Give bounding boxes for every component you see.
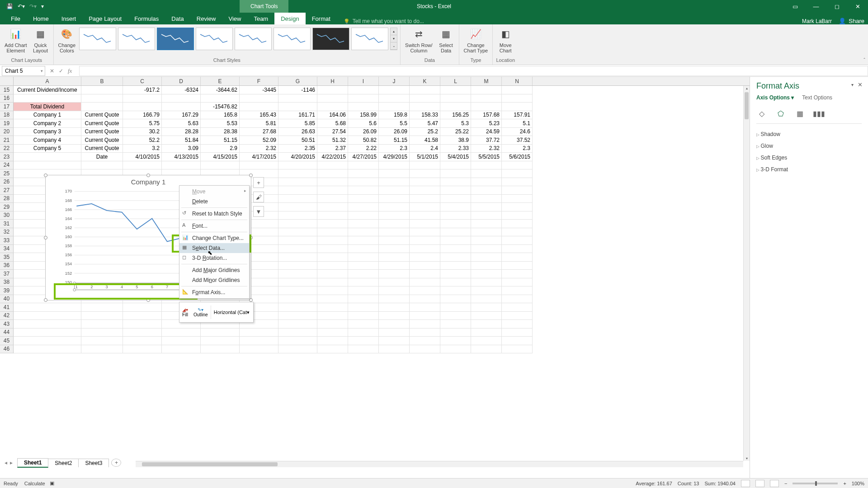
macro-record-icon[interactable]: ▣ xyxy=(50,480,54,486)
cell[interactable] xyxy=(410,337,440,345)
cell[interactable]: 5.63 xyxy=(162,119,201,128)
cell[interactable] xyxy=(471,295,502,304)
cell[interactable] xyxy=(278,245,317,253)
cell[interactable] xyxy=(240,103,278,111)
redo-icon[interactable]: ↷▾ xyxy=(29,3,37,9)
cell[interactable] xyxy=(278,337,317,345)
cell[interactable] xyxy=(317,211,348,220)
cell[interactable]: 2.4 xyxy=(410,145,440,153)
chart-filters-button[interactable]: ▼ xyxy=(253,206,264,217)
cell[interactable] xyxy=(278,186,317,195)
cell[interactable] xyxy=(471,228,502,237)
cell[interactable] xyxy=(348,303,379,312)
cell[interactable] xyxy=(123,94,162,103)
tab-view[interactable]: View xyxy=(222,13,247,24)
cell[interactable] xyxy=(317,312,348,320)
ctx-3d-rotation[interactable]: ◻3-D Rotation... xyxy=(179,253,249,263)
chart-style-1[interactable] xyxy=(79,28,116,50)
cell[interactable] xyxy=(201,161,240,170)
ctx-select-data[interactable]: ▦Select Data... xyxy=(179,243,249,253)
cell[interactable] xyxy=(348,236,379,245)
cell[interactable] xyxy=(81,337,123,345)
cell[interactable]: Company 1 xyxy=(14,111,81,120)
cell[interactable] xyxy=(317,262,348,270)
row-header[interactable]: 18 xyxy=(0,111,14,120)
cell[interactable] xyxy=(348,228,379,237)
cell[interactable] xyxy=(123,337,162,345)
cell[interactable] xyxy=(502,178,533,187)
row-header[interactable]: 19 xyxy=(0,119,14,128)
cell[interactable] xyxy=(379,195,410,203)
cell[interactable] xyxy=(440,312,471,320)
cell[interactable] xyxy=(471,262,502,270)
chart-resize-handle[interactable] xyxy=(146,174,150,177)
row-header[interactable]: 21 xyxy=(0,136,14,145)
cell[interactable] xyxy=(201,337,240,345)
sheet-tab-1[interactable]: Sheet1 xyxy=(17,458,48,468)
pane-item-shadow[interactable]: Shadow xyxy=(756,128,862,140)
cell[interactable]: Company 3 xyxy=(14,128,81,136)
cell[interactable] xyxy=(379,337,410,345)
cell[interactable]: 159.8 xyxy=(379,111,410,120)
pane-options-icon[interactable]: ▾ xyxy=(851,82,854,87)
chart-resize-handle[interactable] xyxy=(44,236,47,239)
cell[interactable]: -3644.62 xyxy=(201,86,240,94)
chart-resize-handle[interactable] xyxy=(249,298,253,302)
tab-insert[interactable]: Insert xyxy=(55,13,83,24)
chart-style-7[interactable] xyxy=(312,28,349,50)
cell[interactable] xyxy=(379,278,410,287)
row-header[interactable]: 43 xyxy=(0,320,14,328)
cell[interactable]: 157.91 xyxy=(502,111,533,120)
tab-review[interactable]: Review xyxy=(190,13,222,24)
close-icon[interactable]: ✕ xyxy=(847,0,868,13)
cell[interactable] xyxy=(317,278,348,287)
pane-size-icon[interactable]: ▦ xyxy=(794,108,805,119)
cell[interactable]: 2.32 xyxy=(240,145,278,153)
tab-page-layout[interactable]: Page Layout xyxy=(82,13,128,24)
cell[interactable] xyxy=(81,303,123,312)
pane-axis-icon[interactable]: ▮▮▮ xyxy=(813,108,824,119)
cell[interactable] xyxy=(379,253,410,262)
zoom-slider[interactable] xyxy=(793,483,838,484)
cell[interactable] xyxy=(410,303,440,312)
cell[interactable] xyxy=(440,169,471,178)
cell[interactable] xyxy=(348,211,379,220)
col-header-A[interactable]: A xyxy=(14,77,81,85)
cell[interactable]: 158.33 xyxy=(410,111,440,120)
row-header[interactable]: 25 xyxy=(0,169,14,178)
cell[interactable] xyxy=(440,253,471,262)
cell[interactable] xyxy=(502,94,533,103)
cell[interactable] xyxy=(278,278,317,287)
cell[interactable]: 5.5 xyxy=(379,119,410,128)
cell[interactable]: 37.72 xyxy=(471,136,502,145)
cell[interactable]: 166.79 xyxy=(123,111,162,120)
cell[interactable]: 27.68 xyxy=(240,128,278,136)
cell[interactable] xyxy=(502,203,533,211)
col-header-H[interactable]: H xyxy=(317,77,348,85)
cell[interactable] xyxy=(317,245,348,253)
cell[interactable] xyxy=(162,103,201,111)
row-header[interactable]: 35 xyxy=(0,253,14,262)
row-header[interactable]: 36 xyxy=(0,262,14,270)
cell[interactable] xyxy=(440,186,471,195)
cell[interactable] xyxy=(348,253,379,262)
row-header[interactable]: 33 xyxy=(0,236,14,245)
cell[interactable] xyxy=(317,195,348,203)
cell[interactable]: 5/6/2015 xyxy=(502,153,533,161)
cell[interactable]: 24.59 xyxy=(471,128,502,136)
cell[interactable] xyxy=(440,345,471,354)
cell[interactable] xyxy=(471,86,502,94)
cell[interactable] xyxy=(14,345,81,354)
row-header[interactable]: 40 xyxy=(0,295,14,304)
cell[interactable] xyxy=(440,228,471,237)
cell[interactable]: 26.09 xyxy=(348,128,379,136)
cell[interactable] xyxy=(348,295,379,304)
cell[interactable]: -917.2 xyxy=(123,86,162,94)
cell[interactable] xyxy=(440,262,471,270)
cell[interactable] xyxy=(440,211,471,220)
cell[interactable] xyxy=(440,203,471,211)
col-header-J[interactable]: J xyxy=(379,77,410,85)
chart-resize-handle[interactable] xyxy=(146,298,150,302)
view-normal-icon[interactable] xyxy=(741,480,750,487)
cell[interactable] xyxy=(410,86,440,94)
